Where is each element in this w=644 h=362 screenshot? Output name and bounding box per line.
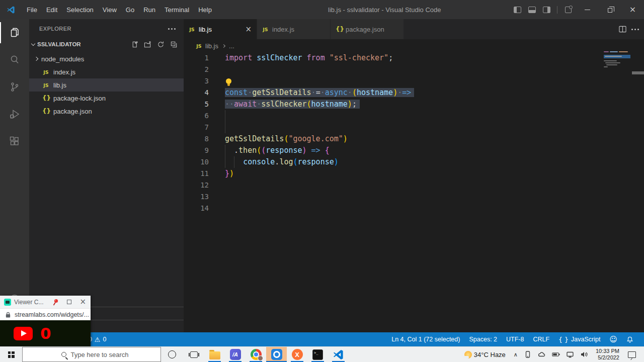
menu-file[interactable]: File: [22, 6, 42, 14]
task-view-button[interactable]: [183, 347, 204, 362]
popup-url[interactable]: streamlabs.com/widgets/...: [15, 311, 89, 318]
popup-close-icon[interactable]: ×: [79, 298, 86, 306]
code-line-7[interactable]: 7: [184, 122, 644, 133]
customize-layout-icon[interactable]: [565, 7, 572, 13]
menu-go[interactable]: Go: [121, 6, 139, 14]
file-node_modules[interactable]: node_modules: [29, 52, 184, 65]
action-center-button[interactable]: [624, 347, 642, 362]
lightbulb-icon[interactable]: [226, 78, 231, 84]
tab-package.json[interactable]: {}package.json: [331, 19, 404, 39]
menu-help[interactable]: Help: [194, 6, 216, 14]
code-line-8[interactable]: 8getSslDetails("google.com"): [184, 133, 644, 145]
start-button[interactable]: [0, 347, 22, 362]
taskbar-app-chrome[interactable]: [246, 347, 266, 362]
toggle-panel-icon[interactable]: [528, 7, 536, 13]
close-button[interactable]: ×: [621, 0, 644, 19]
refresh-icon[interactable]: [157, 41, 165, 48]
taskbar-app-streamlabs[interactable]: [266, 347, 287, 362]
code-line-9[interactable]: 9 .then((response) => {: [184, 145, 644, 156]
status-language[interactable]: { }JavaScript: [554, 336, 605, 343]
code-line-12[interactable]: 12: [184, 179, 644, 191]
activity-extensions[interactable]: [0, 128, 29, 155]
code-line-10[interactable]: 10 console.log(response): [184, 156, 644, 168]
code-line-3[interactable]: 3: [184, 75, 644, 87]
toggle-secondary-sidebar-icon[interactable]: [543, 7, 550, 13]
activity-explorer[interactable]: [0, 19, 29, 46]
code-area[interactable]: 1import sslChecker from "ssl-checker";23…: [184, 52, 644, 214]
taskbar-app-slash-a-app[interactable]: /A: [225, 347, 246, 362]
activity-source-control[interactable]: [0, 73, 29, 101]
code-line-6[interactable]: 6: [184, 110, 644, 122]
volume-tray-icon[interactable]: [577, 347, 591, 362]
file-lib.js[interactable]: JSlib.js: [29, 78, 184, 92]
network-tray-icon[interactable]: [563, 347, 577, 362]
breadcrumb-file[interactable]: lib.js: [205, 42, 218, 50]
menu-run[interactable]: Run: [139, 6, 160, 14]
menu-edit[interactable]: Edit: [42, 6, 62, 14]
explorer-more-actions-icon[interactable]: [171, 28, 173, 30]
code-line-13[interactable]: 13: [184, 191, 644, 203]
taskbar-clock[interactable]: 10:33 PM 5/2/2022: [591, 347, 624, 362]
popup-maximize-icon[interactable]: [67, 300, 71, 304]
your-phone-tray-icon[interactable]: [521, 347, 535, 362]
tab-index.js[interactable]: JSindex.js: [257, 19, 331, 39]
code-line-5[interactable]: 5··await·sslChecker(hostname);: [184, 99, 644, 110]
popup-title-bar[interactable]: Viewer C... ×: [0, 296, 91, 308]
tray-overflow-chevron[interactable]: ∧: [511, 347, 521, 362]
cortana-button[interactable]: [161, 347, 183, 362]
toggle-sidebar-icon[interactable]: [514, 7, 521, 13]
scrollbar-thumb[interactable]: [632, 71, 644, 74]
code-line-14[interactable]: 14: [184, 203, 644, 214]
popup-address-bar[interactable]: streamlabs.com/widgets/...: [0, 308, 91, 320]
taskbar-search-box[interactable]: Type here to search: [22, 347, 161, 362]
taskbar-app-vs-code[interactable]: [328, 347, 349, 362]
streamlabs-icon: [271, 349, 282, 360]
status-eol[interactable]: CRLF: [528, 336, 554, 343]
new-folder-icon[interactable]: [144, 41, 151, 48]
code-line-11[interactable]: 11}): [184, 168, 644, 179]
tab-label: index.js: [272, 26, 294, 33]
file-label: index.js: [53, 68, 75, 76]
file-index.js[interactable]: JSindex.js: [29, 65, 184, 78]
menu-view[interactable]: View: [98, 6, 121, 14]
menu-terminal[interactable]: Terminal: [160, 6, 194, 14]
warnings-count[interactable]: 0: [103, 336, 107, 343]
restore-button[interactable]: [599, 0, 621, 19]
status-cursor-position[interactable]: Ln 4, Col 1 (72 selected): [387, 336, 464, 343]
status-indentation[interactable]: Spaces: 2: [464, 336, 502, 343]
onedrive-tray-icon[interactable]: [535, 347, 549, 362]
editor-more-actions-icon[interactable]: [634, 29, 636, 30]
taskbar-app-file-explorer[interactable]: [204, 347, 225, 362]
activity-run-debug[interactable]: [0, 101, 29, 128]
tab-label: lib.js: [199, 26, 212, 33]
file-package-lock.json[interactable]: {}package-lock.json: [29, 92, 184, 105]
menu-selection[interactable]: Selection: [62, 6, 98, 14]
breadcrumb[interactable]: JS lib.js ...: [184, 39, 644, 52]
taskbar-app-xampp[interactable]: X: [287, 347, 307, 362]
feedback-icon[interactable]: ☺: [605, 335, 622, 344]
new-file-icon[interactable]: [131, 41, 138, 48]
activity-search[interactable]: [0, 46, 29, 73]
minimize-button[interactable]: [576, 0, 599, 19]
minimap[interactable]: [604, 50, 630, 90]
viewer-count-value: 0: [40, 324, 51, 342]
code-line-1[interactable]: 1import sslChecker from "ssl-checker";: [184, 52, 644, 64]
tab-close-icon[interactable]: ×: [245, 26, 252, 33]
code-line-4[interactable]: 4const·getSslDetails·=·async·(hostname)·…: [184, 87, 644, 99]
notifications-bell-icon[interactable]: [622, 336, 638, 343]
code-line-2[interactable]: 2: [184, 64, 644, 75]
collapse-folders-icon[interactable]: [170, 41, 178, 48]
breadcrumb-symbol[interactable]: ...: [229, 42, 234, 50]
file-package.json[interactable]: {}package.json: [29, 105, 184, 118]
workspace-section-header[interactable]: SSLVALIDATOR: [29, 38, 184, 50]
pin-icon[interactable]: [52, 299, 59, 306]
weather-button[interactable]: 34°C Haze: [461, 347, 511, 362]
status-encoding[interactable]: UTF-8: [502, 336, 528, 343]
viewer-count-popup-window[interactable]: Viewer C... × streamlabs.com/widgets/...…: [0, 296, 91, 346]
taskbar-app-command-prompt[interactable]: >_: [307, 347, 328, 362]
warnings-icon[interactable]: ⚠: [95, 336, 101, 343]
split-editor-icon[interactable]: [619, 26, 626, 33]
battery-tray-icon[interactable]: [549, 347, 563, 362]
line-number: 6: [184, 110, 209, 122]
tab-lib.js[interactable]: JSlib.js×: [184, 19, 257, 39]
